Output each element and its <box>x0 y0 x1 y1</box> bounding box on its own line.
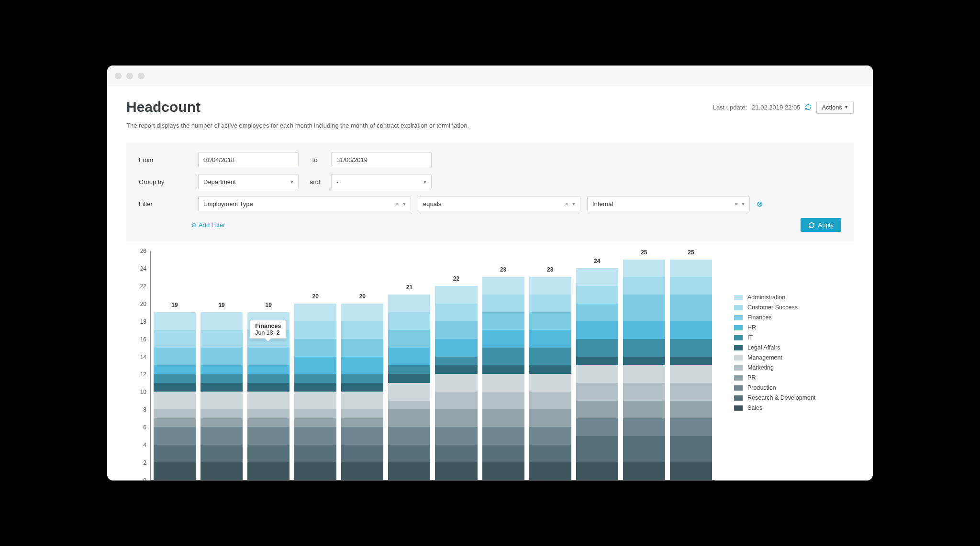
bar-segment[interactable] <box>200 445 243 462</box>
bar-segment[interactable] <box>294 462 336 480</box>
bar-segment[interactable] <box>482 330 524 348</box>
bar-segment[interactable] <box>576 401 618 418</box>
bar-segment[interactable] <box>529 462 571 480</box>
bar-segment[interactable] <box>435 409 477 427</box>
bar-segment[interactable] <box>154 462 196 480</box>
bar-segment[interactable] <box>247 462 290 480</box>
bar-segment[interactable] <box>576 383 618 401</box>
bar-segment[interactable] <box>247 427 290 445</box>
legend-item[interactable]: IT <box>734 334 854 341</box>
bar-segment[interactable] <box>670 277 712 295</box>
legend-item[interactable]: Sales <box>734 404 854 411</box>
bar-segment[interactable] <box>576 462 618 480</box>
bar-segment[interactable] <box>154 312 196 330</box>
bar-segment[interactable] <box>200 312 243 330</box>
bar-segment[interactable] <box>294 383 336 392</box>
window-close-dot[interactable] <box>115 73 122 79</box>
bar-column[interactable]: 23 <box>482 277 524 480</box>
bar-column[interactable]: 20 <box>341 304 383 480</box>
bar-segment[interactable] <box>529 365 571 374</box>
bar-segment[interactable] <box>435 445 477 462</box>
bar-segment[interactable] <box>200 330 243 348</box>
bar-segment[interactable] <box>154 365 196 374</box>
bar-segment[interactable] <box>623 260 665 277</box>
filter-value-select[interactable]: Internal × ▼ <box>587 196 750 211</box>
bar-segment[interactable] <box>341 339 383 357</box>
legend-item[interactable]: Management <box>734 354 854 361</box>
bar-segment[interactable] <box>623 339 665 357</box>
bar-segment[interactable] <box>341 462 383 480</box>
clear-icon[interactable]: × <box>565 200 568 207</box>
bar-segment[interactable] <box>154 409 196 418</box>
bar-segment[interactable] <box>482 277 524 295</box>
bar-segment[interactable] <box>341 445 383 462</box>
window-max-dot[interactable] <box>138 73 145 79</box>
bar-segment[interactable] <box>482 462 524 480</box>
bar-segment[interactable] <box>623 401 665 418</box>
bar-segment[interactable] <box>482 374 524 392</box>
legend-item[interactable]: Legal Affairs <box>734 344 854 351</box>
bar-segment[interactable] <box>576 304 618 321</box>
bar-column[interactable]: 19 <box>154 312 196 480</box>
bar-segment[interactable] <box>341 409 383 418</box>
legend-item[interactable]: Administration <box>734 294 854 301</box>
bar-segment[interactable] <box>670 418 712 436</box>
bar-segment[interactable] <box>435 304 477 321</box>
bar-segment[interactable] <box>529 330 571 348</box>
bar-segment[interactable] <box>294 392 336 409</box>
bar-segment[interactable] <box>388 330 430 348</box>
bar-segment[interactable] <box>670 295 712 321</box>
bar-segment[interactable] <box>341 392 383 409</box>
bar-segment[interactable] <box>247 365 290 374</box>
bar-column[interactable]: 20 <box>294 304 336 480</box>
bar-segment[interactable] <box>482 295 524 312</box>
bar-segment[interactable] <box>388 383 430 401</box>
bar-segment[interactable] <box>341 427 383 445</box>
bar-column[interactable]: 23 <box>529 277 571 480</box>
bar-segment[interactable] <box>482 409 524 427</box>
legend-item[interactable]: Production <box>734 384 854 391</box>
bar-segment[interactable] <box>154 418 196 427</box>
bar-segment[interactable] <box>294 339 336 357</box>
filter-operator-select[interactable]: equals × ▼ <box>418 196 580 211</box>
bar-segment[interactable] <box>576 365 618 383</box>
bar-segment[interactable] <box>670 383 712 401</box>
bar-segment[interactable] <box>529 427 571 445</box>
bar-segment[interactable] <box>200 383 243 392</box>
bar-segment[interactable] <box>670 260 712 277</box>
bar-segment[interactable] <box>388 374 430 382</box>
bar-segment[interactable] <box>576 436 618 462</box>
bar-segment[interactable] <box>623 365 665 383</box>
to-date-field[interactable] <box>336 156 426 164</box>
bar-segment[interactable] <box>341 321 383 339</box>
bar-segment[interactable] <box>200 409 243 418</box>
bar-segment[interactable] <box>247 445 290 462</box>
stacked-bar-chart[interactable]: 191919202021222323242525FinancesJun 18: … <box>150 251 715 480</box>
bar-segment[interactable] <box>154 348 196 365</box>
bar-segment[interactable] <box>529 392 571 409</box>
from-date-field[interactable] <box>203 156 293 164</box>
bar-segment[interactable] <box>670 339 712 357</box>
bar-segment[interactable] <box>482 392 524 409</box>
bar-segment[interactable] <box>623 436 665 462</box>
bar-segment[interactable] <box>154 445 196 462</box>
bar-segment[interactable] <box>576 418 618 436</box>
bar-segment[interactable] <box>482 348 524 365</box>
clear-icon[interactable]: × <box>734 200 738 207</box>
bar-column[interactable]: 25 <box>623 260 665 480</box>
bar-segment[interactable] <box>154 392 196 409</box>
apply-button[interactable]: Apply <box>801 218 841 232</box>
bar-segment[interactable] <box>435 339 477 357</box>
to-date-input[interactable] <box>331 152 432 167</box>
bar-segment[interactable] <box>341 304 383 321</box>
bar-segment[interactable] <box>670 321 712 339</box>
bar-segment[interactable] <box>154 427 196 445</box>
group-by-secondary-select[interactable]: - ▼ <box>331 174 432 189</box>
legend-item[interactable]: HR <box>734 324 854 331</box>
bar-segment[interactable] <box>670 357 712 365</box>
remove-filter-icon[interactable]: ⊗ <box>757 199 763 208</box>
bar-segment[interactable] <box>294 321 336 339</box>
bar-segment[interactable] <box>529 312 571 330</box>
bar-segment[interactable] <box>154 374 196 383</box>
bar-column[interactable]: 24 <box>576 268 618 480</box>
